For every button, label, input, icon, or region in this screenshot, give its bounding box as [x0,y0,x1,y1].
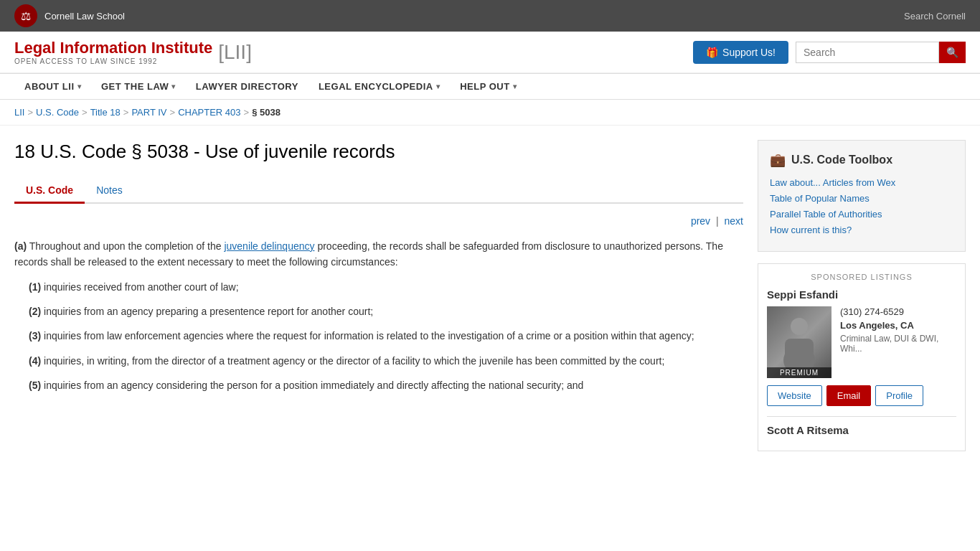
item-num-4: (4) [29,355,41,367]
lii-name: Legal Information Institute [14,39,212,57]
breadcrumb-sep: > [244,107,250,118]
nav-lawyer-directory-label: LAWYER DIRECTORY [196,81,298,92]
lawyer-actions: Website Email Profile [767,385,956,406]
breadcrumb-sep: > [170,107,176,118]
logo-wrap: Legal Information Institute OPEN ACCESS … [14,39,252,65]
search-cornell-link[interactable]: Search Cornell [904,11,966,22]
subsection-label-a: (a) [14,240,27,252]
lawyer-name: Scott A Ritsema [767,424,956,436]
main-layout: 18 U.S. Code § 5038 - Use of juvenile re… [0,126,980,466]
breadcrumb-partiv[interactable]: PART IV [131,107,166,118]
nav-help-out[interactable]: HELP OUT ▾ [450,74,527,99]
profile-button[interactable]: Profile [875,385,923,406]
item-num-2: (2) [29,306,41,317]
chevron-down-icon: ▾ [77,83,82,90]
toolbox-link-current[interactable]: How current is this? [770,225,852,235]
website-button[interactable]: Website [767,385,822,406]
list-item: (4) inquiries, in writing, from the dire… [14,353,743,369]
search-wrap: 🔍 [796,42,966,63]
breadcrumb-title18[interactable]: Title 18 [90,107,121,118]
support-button[interactable]: 🎁 Support Us! [693,41,788,64]
breadcrumb-lii[interactable]: LII [14,107,24,118]
lii-logo[interactable]: Legal Information Institute OPEN ACCESS … [14,39,212,65]
search-input[interactable] [796,42,939,63]
list-item: How current is this? [770,224,953,235]
chevron-down-icon: ▾ [436,83,440,90]
tab-uscode[interactable]: U.S. Code [14,179,85,204]
main-nav: ABOUT LII ▾ GET THE LAW ▾ LAWYER DIRECTO… [0,73,980,100]
lawyer-practice: Criminal Law, DUI & DWI, Whi... [840,334,956,354]
nav-lawyer-directory[interactable]: LAWYER DIRECTORY [186,74,308,99]
chevron-down-icon: ▾ [513,83,517,90]
lawyer-name: Seppi Esfandi [767,288,956,301]
item-text-3: inquiries from law enforcement agencies … [44,330,694,342]
toolbox-link-popular-names[interactable]: Table of Popular Names [770,193,870,204]
support-icon: 🎁 [706,47,718,58]
breadcrumb-sep: > [27,107,33,118]
support-label: Support Us! [722,47,776,58]
breadcrumb-sep: > [82,107,88,118]
prev-link[interactable]: prev [691,215,710,227]
list-item: Parallel Table of Authorities [770,208,953,220]
email-button[interactable]: Email [826,385,872,406]
main-content: 18 U.S. Code § 5038 - Use of juvenile re… [14,140,758,451]
premium-badge: PREMIUM [767,367,831,378]
search-button[interactable]: 🔍 [939,42,966,63]
person-figure-icon [778,314,821,371]
toolbox: 💼 U.S. Code Toolbox Law about... Article… [758,140,966,252]
item-text-1: inquiries received from another court of… [44,281,239,293]
list-item: Table of Popular Names [770,192,953,204]
lii-bracket: [LII] [218,41,252,64]
toolbox-link-parallel-table[interactable]: Parallel Table of Authorities [770,209,882,220]
next-link[interactable]: next [725,215,743,227]
content-tabs: U.S. Code Notes [14,179,743,204]
lawyer-phone: (310) 274-6529 [840,306,956,317]
nav-help-out-label: HELP OUT [460,81,510,92]
statute-content: (a) Throughout and upon the completion o… [14,238,743,394]
page-navigation: prev | next [14,215,743,227]
nav-get-the-law-label: GET THE LAW [101,81,169,92]
breadcrumb-chapter403[interactable]: CHAPTER 403 [178,107,240,118]
sponsored-listings: SPONSORED LISTINGS Seppi Esfandi PREMIUM [758,263,966,451]
lawyer-info: (310) 274-6529 Los Angeles, CA Criminal … [840,306,956,378]
lii-subtitle: OPEN ACCESS TO LAW SINCE 1992 [14,57,212,65]
list-item: (1) inquiries received from another cour… [14,279,743,295]
juvenile-delinquency-link[interactable]: juvenile delinquency [224,240,314,252]
nav-legal-encyclopedia-label: LEGAL ENCYCLOPEDIA [319,81,433,92]
top-bar: ⚖ Cornell Law School Search Cornell [0,0,980,32]
breadcrumb-uscode[interactable]: U.S. Code [36,107,79,118]
toolbox-link-wex[interactable]: Law about... Articles from Wex [770,177,895,188]
svg-rect-2 [785,339,814,362]
nav-get-the-law[interactable]: GET THE LAW ▾ [91,74,186,99]
lawyer-photo: PREMIUM [767,306,831,378]
page-title: 18 U.S. Code § 5038 - Use of juvenile re… [14,140,743,164]
search-icon: 🔍 [946,47,958,58]
toolbox-title: 💼 U.S. Code Toolbox [770,152,953,168]
top-bar-left: ⚖ Cornell Law School [14,4,125,27]
breadcrumb-current: § 5038 [252,107,281,118]
nav-about-lii-label: ABOUT LII [24,81,75,92]
institution-name: Cornell Law School [44,11,125,22]
sponsored-header: SPONSORED LISTINGS [767,273,956,281]
chevron-down-icon: ▾ [171,83,176,90]
lawyer-2-section: Scott A Ritsema [767,416,956,436]
item-text-5: inquiries from an agency considering the… [44,380,583,391]
header: Legal Information Institute OPEN ACCESS … [0,32,980,73]
nav-about-lii[interactable]: ABOUT LII ▾ [14,74,91,99]
toolbox-icon: 💼 [770,152,786,168]
item-text-4: inquiries, in writing, from the director… [44,355,664,367]
item-text-2: inquiries from an agency preparing a pre… [44,306,373,317]
lawyer-card: PREMIUM (310) 274-6529 Los Angeles, CA C… [767,306,956,378]
header-right: 🎁 Support Us! 🔍 [693,41,966,64]
toolbox-links: Law about... Articles from Wex Table of … [770,176,953,235]
cornell-logo: ⚖ [14,4,37,27]
tab-notes[interactable]: Notes [85,179,134,204]
breadcrumb: LII > U.S. Code > Title 18 > PART IV > C… [0,100,980,126]
item-num-1: (1) [29,281,41,293]
intro-text: Throughout and upon the completion of th… [29,240,225,252]
breadcrumb-sep: > [123,107,129,118]
nav-legal-encyclopedia[interactable]: LEGAL ENCYCLOPEDIA ▾ [308,74,450,99]
toolbox-title-text: U.S. Code Toolbox [791,154,892,166]
item-num-3: (3) [29,330,41,342]
svg-point-0 [791,318,808,335]
